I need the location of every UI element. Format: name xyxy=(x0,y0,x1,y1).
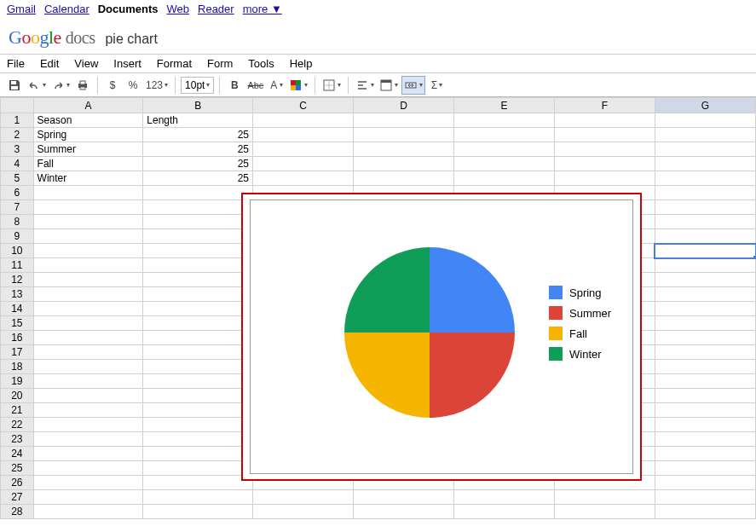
cell[interactable] xyxy=(143,476,253,490)
menu-file[interactable]: File xyxy=(7,57,25,70)
merge-button[interactable] xyxy=(401,76,425,95)
cell[interactable] xyxy=(143,215,253,229)
row-header[interactable]: 23 xyxy=(1,432,34,447)
row-header[interactable]: 18 xyxy=(1,360,34,374)
col-header-A[interactable]: A xyxy=(33,98,143,113)
text-color-button[interactable]: A xyxy=(267,76,286,95)
cell[interactable]: Season xyxy=(33,113,143,128)
cell[interactable] xyxy=(655,360,755,374)
cell[interactable] xyxy=(354,113,454,128)
borders-button[interactable] xyxy=(320,76,343,95)
cell[interactable] xyxy=(33,374,143,389)
cell[interactable] xyxy=(33,200,143,215)
row-header[interactable]: 21 xyxy=(1,403,34,418)
currency-button[interactable]: $ xyxy=(103,76,122,95)
cell[interactable] xyxy=(33,432,143,447)
row-header[interactable]: 4 xyxy=(1,157,34,171)
cell[interactable] xyxy=(33,345,143,360)
cell[interactable] xyxy=(143,403,253,418)
cell[interactable] xyxy=(143,505,253,519)
cell[interactable] xyxy=(655,302,755,316)
cell[interactable] xyxy=(655,432,755,447)
cell[interactable] xyxy=(453,142,554,157)
row-header[interactable]: 15 xyxy=(1,316,34,331)
row-header[interactable]: 17 xyxy=(1,345,34,360)
cell[interactable] xyxy=(655,186,755,200)
cell[interactable] xyxy=(655,490,755,505)
cell[interactable] xyxy=(143,490,253,505)
cell[interactable] xyxy=(453,490,554,505)
cell[interactable] xyxy=(655,258,755,273)
cell[interactable] xyxy=(143,229,253,244)
col-header-C[interactable]: C xyxy=(253,98,354,113)
cell[interactable] xyxy=(655,200,755,215)
cell[interactable] xyxy=(354,157,454,171)
cell[interactable] xyxy=(143,200,253,215)
spreadsheet-grid[interactable]: ABCDEFG1SeasonLength2Spring253Summer254F… xyxy=(0,97,756,518)
cell[interactable]: 25 xyxy=(143,157,253,171)
cell[interactable] xyxy=(655,142,755,157)
cell[interactable] xyxy=(33,215,143,229)
row-header[interactable]: 9 xyxy=(1,229,34,244)
cell[interactable] xyxy=(655,418,755,432)
undo-icon[interactable] xyxy=(26,76,48,95)
row-header[interactable]: 25 xyxy=(1,461,34,476)
number-format-button[interactable]: 123 xyxy=(144,76,170,95)
cell[interactable] xyxy=(655,389,755,403)
font-size-select[interactable]: 10pt xyxy=(181,77,214,94)
cell[interactable] xyxy=(655,461,755,476)
cell[interactable] xyxy=(33,389,143,403)
cell[interactable] xyxy=(143,447,253,461)
redo-icon[interactable] xyxy=(49,76,72,95)
cell[interactable] xyxy=(453,113,554,128)
cell[interactable] xyxy=(143,345,253,360)
top-nav-calendar[interactable]: Calendar xyxy=(44,3,89,15)
cell[interactable] xyxy=(655,374,755,389)
chart-object[interactable]: SpringSummerFallWinter xyxy=(241,193,642,481)
cell[interactable]: 25 xyxy=(143,128,253,142)
menu-help[interactable]: Help xyxy=(290,57,313,70)
cell[interactable]: Fall xyxy=(33,157,143,171)
cell[interactable] xyxy=(354,490,454,505)
bold-button[interactable]: B xyxy=(225,76,244,95)
cell[interactable]: 25 xyxy=(143,171,253,186)
cell[interactable] xyxy=(143,461,253,476)
cell[interactable] xyxy=(143,273,253,287)
row-header[interactable]: 19 xyxy=(1,374,34,389)
cell[interactable] xyxy=(33,316,143,331)
formula-button[interactable]: Σ xyxy=(427,76,446,95)
cell[interactable] xyxy=(253,128,354,142)
menu-form[interactable]: Form xyxy=(207,57,233,70)
cell[interactable]: Length xyxy=(143,113,253,128)
cell[interactable] xyxy=(253,505,354,519)
cell[interactable] xyxy=(554,157,655,171)
cell[interactable] xyxy=(354,171,454,186)
cell[interactable] xyxy=(33,418,143,432)
cell[interactable] xyxy=(33,331,143,345)
col-header-F[interactable]: F xyxy=(554,98,655,113)
cell[interactable] xyxy=(143,258,253,273)
cell[interactable] xyxy=(143,374,253,389)
cell[interactable]: Spring xyxy=(33,128,143,142)
col-header-B[interactable]: B xyxy=(143,98,253,113)
cell[interactable]: 25 xyxy=(143,142,253,157)
cell[interactable] xyxy=(33,461,143,476)
cell[interactable] xyxy=(655,403,755,418)
cell[interactable] xyxy=(143,316,253,331)
row-header[interactable]: 16 xyxy=(1,331,34,345)
cell[interactable] xyxy=(354,142,454,157)
cell[interactable] xyxy=(655,113,755,128)
cell[interactable] xyxy=(253,142,354,157)
row-header[interactable]: 5 xyxy=(1,171,34,186)
cell[interactable] xyxy=(253,113,354,128)
row-header[interactable]: 26 xyxy=(1,476,34,490)
cell[interactable] xyxy=(33,258,143,273)
cell[interactable] xyxy=(453,505,554,519)
row-header[interactable]: 2 xyxy=(1,128,34,142)
percent-button[interactable]: % xyxy=(124,76,142,95)
cell[interactable] xyxy=(554,171,655,186)
menu-format[interactable]: Format xyxy=(157,57,192,70)
cell[interactable] xyxy=(655,287,755,302)
cell[interactable] xyxy=(143,287,253,302)
menu-edit[interactable]: Edit xyxy=(40,57,59,70)
